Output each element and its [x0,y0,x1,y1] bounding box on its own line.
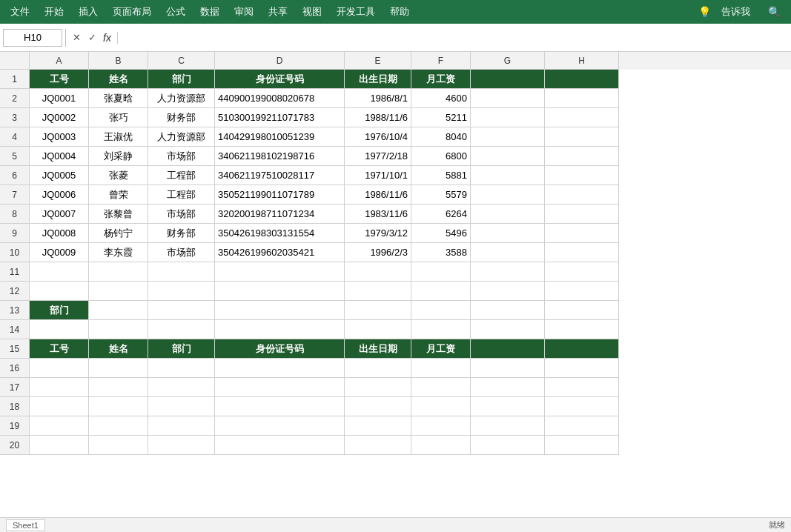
cell-18-D[interactable] [215,397,345,416]
cell-6-F[interactable]: 5881 [411,166,471,185]
col-header-H[interactable]: H [545,52,619,70]
cell-10-E[interactable]: 1996/2/3 [345,243,411,262]
cell-6-A[interactable]: JQ0005 [30,166,89,185]
cell-15-F[interactable]: 月工资 [411,339,471,359]
col-header-C[interactable]: C [148,52,215,70]
cell-10-H[interactable] [545,243,619,262]
menu-item-7[interactable]: 共享 [261,2,295,21]
cell-reference-input[interactable] [3,29,62,47]
cell-2-G[interactable] [471,89,545,108]
cell-2-C[interactable]: 人力资源部 [148,89,215,108]
cell-18-H[interactable] [545,397,619,416]
cell-4-C[interactable]: 人力资源部 [148,127,215,147]
cell-8-C[interactable]: 市场部 [148,205,215,224]
col-header-F[interactable]: F [411,52,471,70]
cell-7-D[interactable]: 350521199011071789 [215,185,345,205]
sheet-tab[interactable]: Sheet1 [6,519,45,531]
cell-15-A[interactable]: 工号 [30,339,89,359]
cell-16-H[interactable] [545,359,619,378]
cell-15-D[interactable]: 身份证号码 [215,339,345,359]
cell-16-B[interactable] [89,359,148,378]
cell-11-F[interactable] [411,262,471,282]
cell-11-D[interactable] [215,262,345,282]
cell-3-F[interactable]: 5211 [411,108,471,127]
cell-13-C[interactable] [148,301,215,320]
cell-19-E[interactable] [345,416,411,436]
cell-12-E[interactable] [345,282,411,301]
cell-16-F[interactable] [411,359,471,378]
cell-4-F[interactable]: 8040 [411,127,471,147]
cell-7-B[interactable]: 曾荣 [89,185,148,205]
menu-item-2[interactable]: 插入 [71,2,105,21]
cell-17-A[interactable] [30,378,89,397]
menu-item-6[interactable]: 审阅 [227,2,261,21]
cell-13-H[interactable] [545,301,619,320]
cell-15-G[interactable] [471,339,545,359]
cell-6-G[interactable] [471,166,545,185]
cell-17-H[interactable] [545,378,619,397]
cell-4-D[interactable]: 140429198010051239 [215,127,345,147]
cell-20-C[interactable] [148,436,215,455]
cell-6-B[interactable]: 张菱 [89,166,148,185]
cell-6-H[interactable] [545,166,619,185]
cell-14-D[interactable] [215,320,345,339]
cell-13-G[interactable] [471,301,545,320]
cell-6-C[interactable]: 工程部 [148,166,215,185]
cell-15-H[interactable] [545,339,619,359]
cell-3-H[interactable] [545,108,619,127]
cell-4-E[interactable]: 1976/10/4 [345,127,411,147]
formula-input[interactable] [118,32,788,43]
cell-14-H[interactable] [545,320,619,339]
cell-8-B[interactable]: 张黎曾 [89,205,148,224]
cell-20-B[interactable] [89,436,148,455]
cell-9-D[interactable]: 350426198303131554 [215,224,345,243]
cell-11-H[interactable] [545,262,619,282]
menu-item-8[interactable]: 视图 [295,2,329,21]
cell-13-A[interactable]: 部门 [30,301,89,320]
cell-6-E[interactable]: 1971/10/1 [345,166,411,185]
cell-1-F[interactable]: 月工资 [411,70,471,89]
menu-item-3[interactable]: 页面布局 [105,2,159,21]
cell-14-A[interactable] [30,320,89,339]
col-header-E[interactable]: E [345,52,411,70]
cell-9-A[interactable]: JQ0008 [30,224,89,243]
cell-20-F[interactable] [411,436,471,455]
cell-19-B[interactable] [89,416,148,436]
cell-16-D[interactable] [215,359,345,378]
cell-2-D[interactable]: 440900199008020678 [215,89,345,108]
cell-16-G[interactable] [471,359,545,378]
cell-15-C[interactable]: 部门 [148,339,215,359]
col-header-A[interactable]: A [30,52,89,70]
cell-19-C[interactable] [148,416,215,436]
cell-20-D[interactable] [215,436,345,455]
cell-4-H[interactable] [545,127,619,147]
cell-15-E[interactable]: 出生日期 [345,339,411,359]
cell-18-E[interactable] [345,397,411,416]
cell-1-A[interactable]: 工号 [30,70,89,89]
cell-18-B[interactable] [89,397,148,416]
cell-8-H[interactable] [545,205,619,224]
cell-16-E[interactable] [345,359,411,378]
cell-9-H[interactable] [545,224,619,243]
cell-1-C[interactable]: 部门 [148,70,215,89]
cell-18-F[interactable] [411,397,471,416]
cell-17-F[interactable] [411,378,471,397]
cell-5-F[interactable]: 6800 [411,147,471,166]
cell-11-C[interactable] [148,262,215,282]
cell-19-G[interactable] [471,416,545,436]
cell-5-E[interactable]: 1977/2/18 [345,147,411,166]
cell-13-E[interactable] [345,301,411,320]
cell-1-E[interactable]: 出生日期 [345,70,411,89]
menu-item-1[interactable]: 开始 [37,2,71,21]
cell-16-A[interactable] [30,359,89,378]
cell-8-D[interactable]: 320200198711071234 [215,205,345,224]
cell-10-A[interactable]: JQ0009 [30,243,89,262]
cell-11-B[interactable] [89,262,148,282]
cell-2-E[interactable]: 1986/8/1 [345,89,411,108]
col-header-G[interactable]: G [471,52,545,70]
menu-item-0[interactable]: 文件 [3,2,37,21]
cell-17-E[interactable] [345,378,411,397]
cell-20-E[interactable] [345,436,411,455]
cell-19-D[interactable] [215,416,345,436]
col-header-D[interactable]: D [215,52,345,70]
